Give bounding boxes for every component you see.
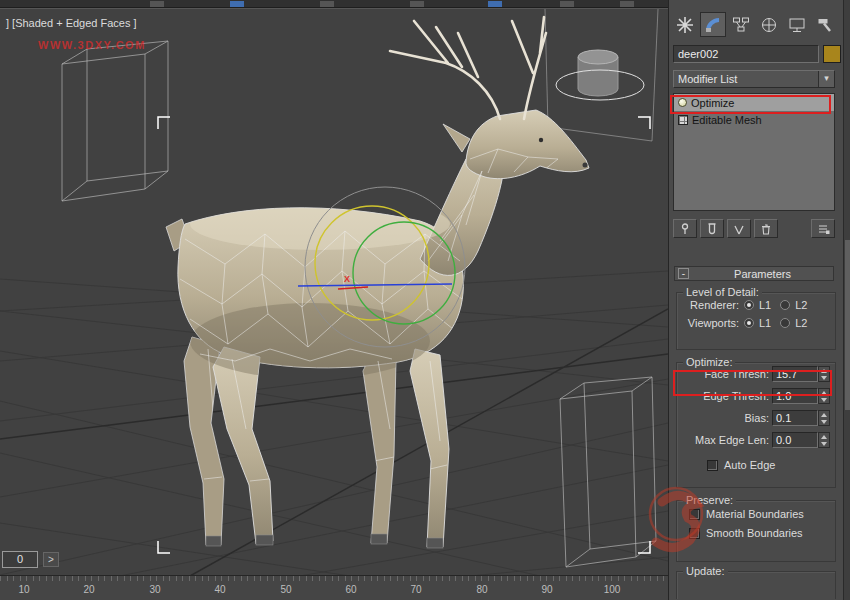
face-thresh-spinner[interactable]: [818, 366, 830, 382]
motion-icon: [760, 16, 778, 34]
configure-modifier-sets-icon: [816, 222, 830, 236]
frame-number-field[interactable]: 0: [2, 551, 38, 568]
pin-stack-icon: [678, 222, 692, 236]
ruler-tick: 20: [83, 584, 94, 595]
update-group: Update:: [676, 571, 836, 599]
toolbar-icon: [230, 1, 244, 7]
toolbar-icon: [488, 1, 502, 7]
toolbar-icon: [320, 1, 334, 7]
preserve-group: Preserve: Material Boundaries Smooth Bou…: [676, 500, 836, 562]
scrollbar-thumb[interactable]: [845, 240, 850, 410]
pin-stack-button[interactable]: [673, 219, 697, 238]
object-name-field[interactable]: deer002: [673, 45, 819, 63]
renderer-l1-radio[interactable]: [744, 300, 754, 310]
ruler-tick: 90: [541, 584, 552, 595]
smooth-boundaries-label: Smooth Boundaries: [706, 527, 803, 539]
make-unique-icon: [732, 222, 746, 236]
deer-nose: [583, 163, 588, 168]
ruler-tick: 100: [604, 584, 621, 595]
modifier-stack-toolbar: [673, 219, 835, 239]
gizmo-x-label: X: [344, 274, 350, 284]
radio-label: L2: [795, 317, 807, 329]
command-panel: deer002 Modifier List ▾ Optimize Editabl…: [668, 0, 850, 600]
rollout-collapse-icon[interactable]: -: [678, 268, 689, 279]
ruler-tick: 70: [410, 584, 421, 595]
face-thresh-label: Face Thresh:: [704, 368, 769, 380]
bias-spinner[interactable]: [818, 410, 830, 426]
next-frame-button[interactable]: >: [43, 552, 59, 567]
viewport-scene: X: [0, 9, 668, 576]
group-title: Level of Detail:: [683, 286, 762, 298]
auto-edge-label: Auto Edge: [724, 459, 775, 471]
modifier-onoff-bulb-icon[interactable]: [678, 98, 687, 107]
chevron-down-icon: ▾: [818, 71, 834, 87]
editable-mesh-icon: [678, 115, 688, 125]
radio-label: L2: [795, 299, 807, 311]
tab-hierarchy[interactable]: [728, 12, 754, 37]
group-title: Preserve:: [683, 494, 736, 506]
max-edge-len-label: Max Edge Len:: [695, 434, 769, 446]
tab-motion[interactable]: [756, 12, 782, 37]
edge-thresh-label: Edge Thresh:: [703, 390, 769, 402]
max-edge-len-spinner[interactable]: [818, 432, 830, 448]
tab-create[interactable]: [672, 12, 698, 37]
smooth-boundaries-checkbox[interactable]: [689, 528, 700, 539]
utilities-icon: [816, 16, 834, 34]
toolbar-icon: [620, 1, 634, 7]
edge-thresh-spinner[interactable]: [818, 388, 830, 404]
ruler-tick: 30: [149, 584, 160, 595]
panel-scrollbar[interactable]: [843, 0, 850, 600]
make-unique-button[interactable]: [727, 219, 751, 238]
modifier-list-dropdown[interactable]: Modifier List ▾: [673, 70, 835, 88]
max-edge-len-field[interactable]: 0.0: [772, 432, 818, 448]
radio-label: L1: [759, 299, 771, 311]
auto-edge-checkbox[interactable]: [707, 460, 718, 471]
remove-modifier-icon: [759, 222, 773, 236]
stack-item-label: Editable Mesh: [692, 114, 762, 126]
level-of-detail-group: Level of Detail: Renderer: L1 L2 Viewpor…: [676, 292, 836, 350]
tab-modify[interactable]: [700, 12, 726, 37]
optimize-group: Optimize: Face Thresh: 15.7 Edge Thresh:…: [676, 362, 836, 488]
tab-display[interactable]: [784, 12, 810, 37]
ruler-tick: 50: [280, 584, 291, 595]
modifier-list-label: Modifier List: [674, 73, 818, 85]
toolbar-icon: [560, 1, 574, 7]
toolbar-icon: [150, 1, 164, 7]
modify-icon: [704, 16, 722, 34]
radio-label: L1: [759, 317, 771, 329]
show-end-result-button[interactable]: [700, 219, 724, 238]
bias-label: Bias:: [745, 412, 769, 424]
ruler-tick: 80: [476, 584, 487, 595]
viewports-l2-radio[interactable]: [780, 318, 790, 328]
3dsmax-window: X ] [Shaded + Edged Faces ] WWW.3DXY.COM…: [0, 0, 850, 600]
viewports-label: Viewports:: [687, 317, 739, 329]
object-color-swatch[interactable]: [823, 45, 841, 63]
viewports-l1-radio[interactable]: [744, 318, 754, 328]
deer-eye: [539, 138, 543, 142]
hierarchy-icon: [732, 16, 750, 34]
watermark-text: WWW.3DXY.COM: [38, 39, 146, 51]
edge-thresh-field[interactable]: 1.0: [772, 388, 818, 404]
parameters-rollout-header[interactable]: - Parameters: [674, 266, 834, 281]
show-end-result-icon: [705, 222, 719, 236]
stack-item-optimize[interactable]: Optimize: [674, 94, 834, 111]
remove-modifier-button[interactable]: [754, 219, 778, 238]
modifier-stack-list: Optimize Editable Mesh: [673, 93, 835, 211]
toolbar-icon: [410, 1, 424, 7]
rollout-title: Parameters: [692, 268, 833, 280]
bias-field[interactable]: 0.1: [772, 410, 818, 426]
face-thresh-field[interactable]: 15.7: [772, 366, 818, 382]
ruler-tick: 60: [345, 584, 356, 595]
material-boundaries-checkbox[interactable]: [689, 509, 700, 520]
renderer-l2-radio[interactable]: [780, 300, 790, 310]
material-boundaries-label: Material Boundaries: [706, 508, 804, 520]
timeline-ruler[interactable]: 10 20 30 40 50 60 70 80 90 100: [0, 575, 668, 600]
create-icon: [676, 16, 694, 34]
perspective-viewport[interactable]: X ] [Shaded + Edged Faces ] WWW.3DXY.COM: [0, 8, 668, 575]
tab-utilities[interactable]: [812, 12, 838, 37]
group-title: Update:: [683, 565, 728, 577]
configure-modifier-sets-button[interactable]: [811, 219, 835, 238]
stack-item-editable-mesh[interactable]: Editable Mesh: [674, 111, 834, 128]
stack-item-label: Optimize: [691, 97, 734, 109]
viewport-label[interactable]: ] [Shaded + Edged Faces ]: [6, 17, 137, 29]
